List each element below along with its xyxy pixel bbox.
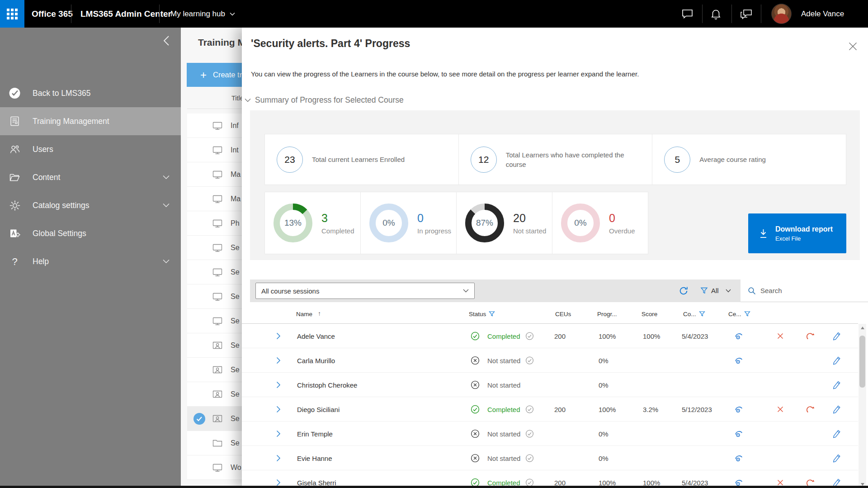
sidebar-item-content[interactable]: Content xyxy=(0,163,181,191)
refresh-icon[interactable] xyxy=(679,286,689,296)
hub-selector[interactable]: My learning hub xyxy=(170,0,235,28)
donut-card-overdue: 0% 0 Overdue xyxy=(552,192,648,254)
column-header-ceus[interactable]: CEUs xyxy=(555,311,571,317)
edit-icon[interactable] xyxy=(833,332,841,341)
column-header-status[interactable]: Status xyxy=(469,311,495,317)
column-header-progress[interactable]: Progr... xyxy=(597,311,617,317)
expand-learner-chevron[interactable] xyxy=(276,406,281,413)
donut-card-completed: 13% 3 Completed xyxy=(264,192,361,254)
donut-value: 20 xyxy=(513,212,546,225)
edit-icon[interactable] xyxy=(833,429,841,438)
course-sessions-select[interactable]: All course sessions xyxy=(255,283,475,299)
summary-section: 23 Total current Learners Enrolled 12 To… xyxy=(250,110,860,260)
edit-icon[interactable] xyxy=(833,356,841,365)
column-header-certificates[interactable]: Ce... xyxy=(728,311,750,317)
sidebar-item-catalog-settings[interactable]: Catalog settings xyxy=(0,191,181,219)
donut-percent: 87% xyxy=(462,200,507,246)
sidebar-item-global-settings[interactable]: Global Settings xyxy=(0,219,181,247)
scroll-up-button[interactable] xyxy=(859,324,866,332)
admin-app-icon xyxy=(9,227,21,240)
ceus-value: 200 xyxy=(554,332,566,340)
view-progress-icon[interactable] xyxy=(734,332,743,341)
table-row: Adele Vance Completed 200 100% 100% 5/4/… xyxy=(242,324,858,348)
avatar[interactable] xyxy=(771,4,792,24)
filter-all-label[interactable]: All xyxy=(711,280,719,302)
sidebar-item-label: Users xyxy=(33,145,53,154)
expand-learner-chevron[interactable] xyxy=(276,332,281,340)
certificate-check-icon[interactable] xyxy=(525,332,534,340)
stat-card-completed: 12 Total Learners who have completed the… xyxy=(458,134,653,185)
status-completed-icon xyxy=(471,332,480,341)
sidebar-item-users[interactable]: Users xyxy=(0,135,181,163)
chevron-down-icon xyxy=(230,12,235,16)
score-value: 3.2% xyxy=(643,405,658,413)
certificate-check-icon[interactable] xyxy=(525,405,534,413)
feedback-icon[interactable] xyxy=(740,8,752,20)
score-value: 100% xyxy=(643,479,660,486)
office-365-link[interactable]: Office 365 xyxy=(32,0,73,28)
column-header-score[interactable]: Score xyxy=(642,311,657,317)
donut-label: Overdue xyxy=(609,227,635,235)
sort-ascending-icon[interactable]: ↑ xyxy=(318,310,321,317)
delete-learner-icon[interactable] xyxy=(777,332,784,340)
stat-card-enrolled: 23 Total current Learners Enrolled xyxy=(264,134,459,185)
admin-center-title[interactable]: LMS365 Admin Center xyxy=(80,0,171,28)
edit-icon[interactable] xyxy=(833,405,841,414)
expand-learner-chevron[interactable] xyxy=(276,455,281,462)
filter-icon[interactable] xyxy=(700,287,708,294)
person-board-icon xyxy=(212,390,222,398)
sidebar-item-help[interactable]: ? Help xyxy=(0,247,181,275)
sidebar-item-label: Back to LMS365 xyxy=(33,89,90,98)
filter-icon[interactable] xyxy=(744,311,750,317)
table-scrollbar[interactable] xyxy=(859,324,866,488)
status-completed-icon xyxy=(471,405,480,414)
status-not-started-icon xyxy=(471,380,480,389)
view-progress-icon[interactable] xyxy=(734,429,743,438)
collapse-sidebar-button[interactable] xyxy=(159,33,175,48)
certificate-check-icon[interactable] xyxy=(525,454,534,462)
user-name[interactable]: Adele Vance xyxy=(801,0,844,28)
filter-icon[interactable] xyxy=(489,311,495,317)
app-launcher-button[interactable] xyxy=(0,0,24,28)
edit-icon[interactable] xyxy=(833,454,841,463)
certificate-check-icon[interactable] xyxy=(525,356,534,365)
certificate-check-icon[interactable] xyxy=(525,429,534,438)
scrollbar-thumb[interactable] xyxy=(859,336,865,388)
expand-learner-chevron[interactable] xyxy=(276,430,281,437)
completed-date: 5/4/2023 xyxy=(682,332,708,340)
folder-icon xyxy=(212,439,222,447)
sidebar-item-label: Global Settings xyxy=(33,229,86,238)
close-modal-button[interactable] xyxy=(845,38,860,54)
delete-learner-icon[interactable] xyxy=(777,479,784,486)
retake-course-icon[interactable] xyxy=(806,405,815,414)
retake-course-icon[interactable] xyxy=(806,332,815,341)
edit-icon[interactable] xyxy=(833,380,841,389)
search-input[interactable] xyxy=(760,287,851,294)
expand-learner-chevron[interactable] xyxy=(276,479,281,486)
summary-section-toggle[interactable]: Summary of Progress for Selected Course xyxy=(245,95,404,105)
table-row: Evie Hanne Not started 0% xyxy=(242,446,858,470)
selected-check-icon[interactable] xyxy=(193,413,205,425)
chevron-down-icon[interactable] xyxy=(726,289,731,293)
chevron-down-icon xyxy=(463,289,469,293)
bell-icon[interactable] xyxy=(709,8,722,20)
view-progress-icon[interactable] xyxy=(734,454,743,463)
expand-learner-chevron[interactable] xyxy=(276,381,281,389)
sidebar-item-back-to-lms365[interactable]: Back to LMS365 xyxy=(0,79,181,107)
sidebar-item-training-management[interactable]: Training Management xyxy=(0,107,181,135)
chevron-down-icon xyxy=(163,260,170,264)
sidebar-item-label: Help xyxy=(33,257,49,266)
column-header-name[interactable]: Name xyxy=(296,311,312,317)
filter-icon[interactable] xyxy=(699,311,705,317)
view-progress-icon[interactable] xyxy=(734,405,743,414)
view-progress-icon[interactable] xyxy=(734,356,743,365)
delete-learner-icon[interactable] xyxy=(777,406,784,413)
chat-icon[interactable] xyxy=(681,8,693,20)
column-header-completed[interactable]: Co... xyxy=(683,311,705,317)
download-report-button[interactable]: Download report Excel File xyxy=(748,213,846,253)
summary-section-label: Summary of Progress for Selected Course xyxy=(255,95,404,105)
expand-learner-chevron[interactable] xyxy=(276,357,281,364)
donut-label: In progress xyxy=(417,227,451,235)
ceus-value: 200 xyxy=(554,405,566,413)
modal-title: 'Security alerts. Part 4' Progress xyxy=(251,38,410,50)
